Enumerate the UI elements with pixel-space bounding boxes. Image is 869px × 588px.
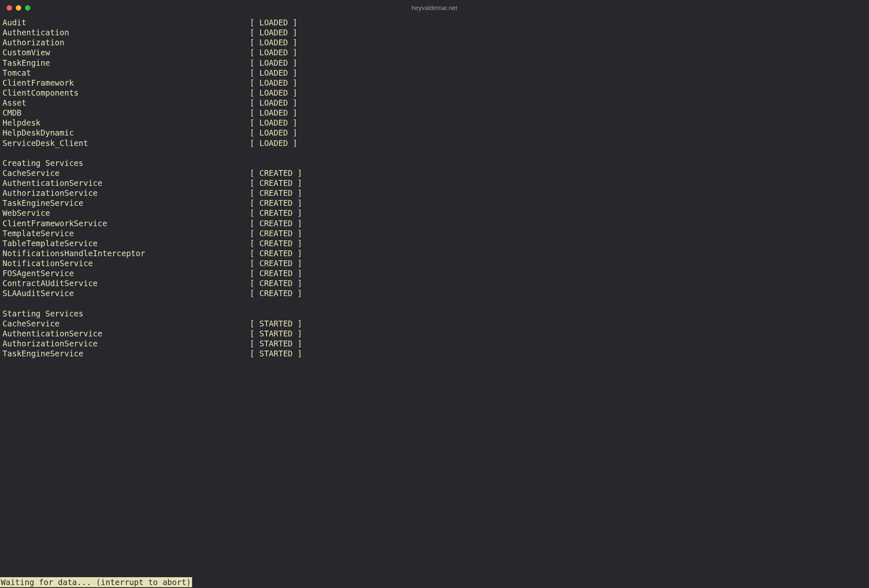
log-line: NotificationsHandleInterceptor [ CREATED… bbox=[2, 248, 867, 258]
log-line: TableTemplateService [ CREATED ] bbox=[2, 238, 867, 248]
log-line: NotificationService [ CREATED ] bbox=[2, 258, 867, 268]
service-name: ContractAUditService bbox=[2, 279, 250, 288]
log-line: ClientComponents [ LOADED ] bbox=[2, 88, 867, 98]
log-line: ServiceDesk_Client [ LOADED ] bbox=[2, 138, 867, 148]
log-line: Tomcat [ LOADED ] bbox=[2, 68, 867, 78]
status-line: Waiting for data... (interrupt to abort) bbox=[0, 577, 192, 587]
service-status: [ CREATED ] bbox=[250, 289, 302, 298]
service-name: Authorization bbox=[2, 38, 250, 47]
log-line: AuthenticationService [ CREATED ] bbox=[2, 178, 867, 188]
service-status: [ CREATED ] bbox=[250, 208, 302, 217]
service-name: TaskEngineService bbox=[2, 349, 250, 358]
log-line: TaskEngine [ LOADED ] bbox=[2, 58, 867, 68]
service-name: Asset bbox=[2, 98, 250, 107]
service-name: TemplateService bbox=[2, 229, 250, 238]
service-name: Tomcat bbox=[2, 68, 250, 77]
service-status: [ CREATED ] bbox=[250, 178, 302, 188]
service-name: WebService bbox=[2, 208, 250, 217]
log-line: Authorization [ LOADED ] bbox=[2, 37, 867, 47]
terminal-output[interactable]: Audit [ LOADED ]Authentication [ LOADED … bbox=[0, 16, 869, 577]
service-name: AuthorizationService bbox=[2, 188, 250, 198]
log-line: AuthenticationService [ STARTED ] bbox=[2, 329, 867, 338]
log-line: CacheService [ CREATED ] bbox=[2, 168, 867, 178]
log-line: WebService [ CREATED ] bbox=[2, 208, 867, 218]
minimize-icon[interactable] bbox=[16, 5, 21, 11]
zoom-icon[interactable] bbox=[25, 5, 30, 11]
section-header: Creating Services bbox=[2, 158, 867, 168]
service-name: TaskEngineService bbox=[2, 198, 250, 208]
log-line: FOSAgentService [ CREATED ] bbox=[2, 268, 867, 278]
service-status: [ LOADED ] bbox=[250, 18, 297, 27]
service-name: ClientComponents bbox=[2, 88, 250, 97]
service-status: [ CREATED ] bbox=[250, 168, 302, 178]
service-status: [ CREATED ] bbox=[250, 229, 302, 238]
log-line: ClientFrameworkService [ CREATED ] bbox=[2, 218, 867, 228]
service-status: [ LOADED ] bbox=[250, 118, 297, 127]
service-status: [ STARTED ] bbox=[250, 339, 302, 348]
service-name: HelpDeskDynamic bbox=[2, 128, 250, 137]
log-line: ClientFramework [ LOADED ] bbox=[2, 78, 867, 88]
service-status: [ LOADED ] bbox=[250, 48, 297, 57]
service-status: [ STARTED ] bbox=[250, 319, 302, 328]
service-name: CustomView bbox=[2, 48, 250, 57]
log-line: ContractAUditService [ CREATED ] bbox=[2, 278, 867, 288]
log-line: TemplateService [ CREATED ] bbox=[2, 228, 867, 238]
service-name: CacheService bbox=[2, 168, 250, 178]
service-name: AuthorizationService bbox=[2, 339, 250, 348]
service-name: CMDB bbox=[2, 108, 250, 117]
service-name: NotificationService bbox=[2, 259, 250, 268]
log-line: Asset [ LOADED ] bbox=[2, 98, 867, 108]
service-status: [ STARTED ] bbox=[250, 329, 302, 338]
service-status: [ CREATED ] bbox=[250, 219, 302, 228]
service-name: Authentication bbox=[2, 28, 250, 37]
blank-line bbox=[2, 148, 867, 158]
log-line: Audit [ LOADED ] bbox=[2, 17, 867, 27]
service-status: [ LOADED ] bbox=[250, 58, 297, 67]
terminal-window: heyvaldemar.net Audit [ LOADED ]Authenti… bbox=[0, 0, 869, 588]
service-status: [ LOADED ] bbox=[250, 88, 297, 97]
service-status: [ CREATED ] bbox=[250, 188, 302, 198]
log-line: AuthorizationService [ STARTED ] bbox=[2, 338, 867, 348]
service-status: [ CREATED ] bbox=[250, 249, 302, 258]
service-name: CacheService bbox=[2, 319, 250, 328]
service-name: ClientFramework bbox=[2, 78, 250, 87]
service-name: AuthenticationService bbox=[2, 178, 250, 188]
service-status: [ CREATED ] bbox=[250, 239, 302, 248]
service-name: ServiceDesk_Client bbox=[2, 138, 250, 148]
service-name: ClientFrameworkService bbox=[2, 219, 250, 228]
window-title: heyvaldemar.net bbox=[412, 4, 457, 12]
service-status: [ LOADED ] bbox=[250, 78, 297, 87]
service-name: Audit bbox=[2, 18, 250, 27]
service-status: [ CREATED ] bbox=[250, 198, 302, 208]
service-status: [ CREATED ] bbox=[250, 279, 302, 288]
log-line: HelpDeskDynamic [ LOADED ] bbox=[2, 128, 867, 138]
service-name: NotificationsHandleInterceptor bbox=[2, 249, 250, 258]
log-line: TaskEngineService [ STARTED ] bbox=[2, 348, 867, 358]
log-line: TaskEngineService [ CREATED ] bbox=[2, 198, 867, 208]
log-line: CustomView [ LOADED ] bbox=[2, 47, 867, 57]
service-status: [ LOADED ] bbox=[250, 28, 297, 37]
service-status: [ CREATED ] bbox=[250, 269, 302, 278]
service-status: [ CREATED ] bbox=[250, 259, 302, 268]
log-line: Authentication [ LOADED ] bbox=[2, 27, 867, 37]
log-line: SLAAuditService [ CREATED ] bbox=[2, 288, 867, 298]
service-name: SLAAuditService bbox=[2, 289, 250, 298]
service-name: TableTemplateService bbox=[2, 239, 250, 248]
service-name: AuthenticationService bbox=[2, 329, 250, 338]
log-line: AuthorizationService [ CREATED ] bbox=[2, 188, 867, 198]
service-status: [ LOADED ] bbox=[250, 108, 297, 117]
service-status: [ LOADED ] bbox=[250, 128, 297, 137]
log-line: Helpdesk [ LOADED ] bbox=[2, 118, 867, 128]
window-controls bbox=[7, 5, 30, 11]
service-name: TaskEngine bbox=[2, 58, 250, 67]
window-titlebar: heyvaldemar.net bbox=[0, 0, 869, 16]
service-status: [ LOADED ] bbox=[250, 138, 297, 148]
log-line: CMDB [ LOADED ] bbox=[2, 108, 867, 118]
service-status: [ LOADED ] bbox=[250, 38, 297, 47]
service-name: Helpdesk bbox=[2, 118, 250, 127]
section-header: Starting Services bbox=[2, 309, 867, 319]
service-status: [ STARTED ] bbox=[250, 349, 302, 358]
close-icon[interactable] bbox=[7, 5, 12, 11]
service-name: FOSAgentService bbox=[2, 269, 250, 278]
service-status: [ LOADED ] bbox=[250, 98, 297, 107]
